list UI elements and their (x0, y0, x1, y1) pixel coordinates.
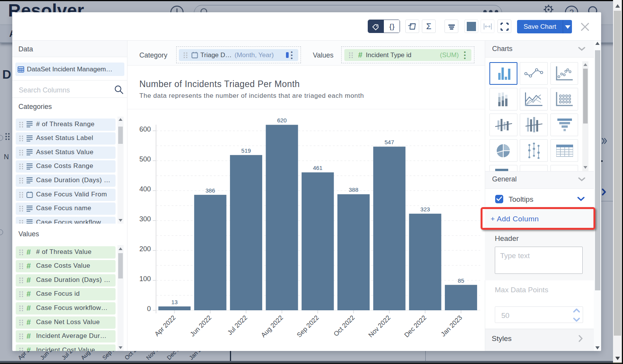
svg-text:386: 386 (205, 187, 215, 194)
svg-text:500: 500 (139, 155, 151, 163)
svg-text:Oct 2022: Oct 2022 (332, 314, 356, 338)
svg-text:0: 0 (147, 305, 151, 313)
svg-text:Aug 2022: Aug 2022 (259, 314, 284, 339)
svg-text:85: 85 (458, 277, 464, 284)
svg-text:323: 323 (420, 206, 430, 212)
svg-text:400: 400 (139, 185, 151, 193)
svg-text:388: 388 (349, 186, 358, 193)
svg-text:Apr 2022: Apr 2022 (153, 314, 177, 338)
svg-text:Nov 2022: Nov 2022 (367, 314, 392, 339)
svg-text:600: 600 (139, 125, 151, 133)
svg-text:547: 547 (385, 139, 394, 145)
svg-text:Jan 2023: Jan 2023 (440, 314, 464, 338)
svg-text:Jul 2022: Jul 2022 (226, 314, 249, 336)
svg-text:Jun 2022: Jun 2022 (189, 314, 213, 338)
svg-text:Sep 2022: Sep 2022 (296, 314, 321, 339)
svg-text:300: 300 (139, 215, 151, 223)
svg-text:200: 200 (139, 245, 151, 253)
svg-text:Dec 2022: Dec 2022 (403, 314, 428, 339)
svg-text:13: 13 (171, 299, 178, 305)
svg-text:100: 100 (139, 275, 151, 283)
svg-text:519: 519 (241, 147, 251, 154)
svg-text:461: 461 (313, 165, 322, 171)
svg-text:620: 620 (277, 117, 287, 124)
